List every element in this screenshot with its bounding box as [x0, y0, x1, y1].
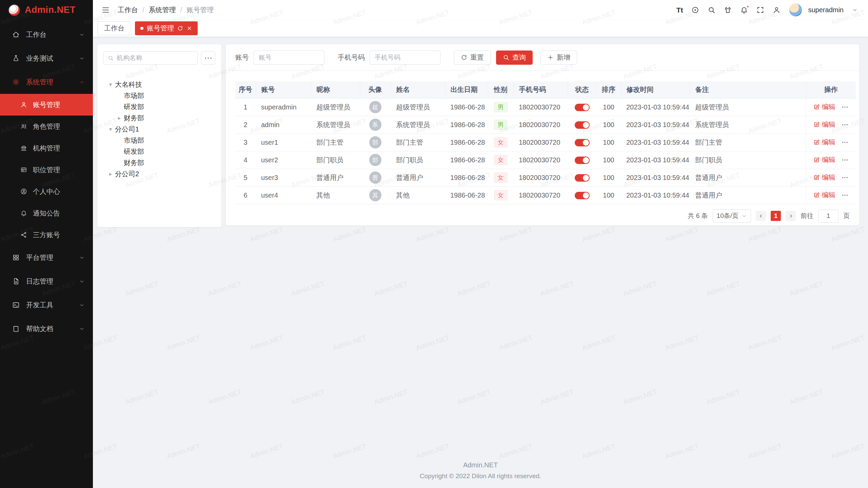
status-toggle[interactable]: [575, 104, 590, 111]
tree-node[interactable]: 财务部: [115, 157, 215, 168]
tree-node-label: 大名科技: [115, 80, 142, 89]
username[interactable]: superadmin: [808, 6, 844, 14]
column-header[interactable]: 修改时间: [621, 81, 690, 98]
tree-node[interactable]: 研发部: [115, 146, 215, 157]
sidebar-item-workbench[interactable]: 工作台: [0, 23, 93, 46]
sidebar-item-business-test[interactable]: 业务测试: [0, 46, 93, 70]
edit-button[interactable]: 编辑: [813, 138, 835, 147]
language-icon[interactable]: [691, 6, 699, 14]
sidebar-item-personal-center[interactable]: 个人中心: [0, 181, 93, 202]
sidebar-item-log-management[interactable]: 日志管理: [0, 269, 93, 293]
more-actions-button[interactable]: [841, 139, 849, 146]
close-icon[interactable]: [186, 25, 192, 31]
org-more-button[interactable]: ⋯: [201, 51, 215, 65]
cell-phone: 18020030720: [513, 98, 568, 116]
caret-down-icon[interactable]: ▾: [106, 126, 115, 133]
user-icon[interactable]: [773, 6, 781, 14]
tree-node[interactable]: 市场部: [115, 135, 215, 146]
breadcrumb-item[interactable]: 系统管理: [149, 5, 176, 15]
edit-icon: [813, 192, 820, 198]
add-button[interactable]: 新增: [540, 50, 577, 65]
edit-button[interactable]: 编辑: [813, 102, 835, 111]
sidebar-item-third-party-account[interactable]: 三方账号: [0, 224, 93, 246]
tree-node[interactable]: 市场部: [115, 90, 215, 101]
theme-icon[interactable]: [724, 6, 732, 14]
column-header[interactable]: 序号: [235, 81, 256, 98]
edit-button[interactable]: 编辑: [813, 190, 835, 200]
status-toggle[interactable]: [575, 192, 590, 199]
column-header[interactable]: 操作: [806, 81, 856, 98]
tab-workbench[interactable]: 工作台: [97, 21, 131, 35]
column-header[interactable]: 账号: [256, 81, 311, 98]
notification-bell-icon[interactable]: [740, 6, 748, 14]
edit-button[interactable]: 编辑: [813, 173, 835, 182]
pagination: 共 6 条 10条/页 1 前往: [235, 209, 850, 223]
search-icon[interactable]: [708, 6, 715, 14]
more-actions-button[interactable]: [841, 191, 849, 199]
sidebar-item-platform-management[interactable]: 平台管理: [0, 246, 93, 269]
more-actions-button[interactable]: [841, 156, 849, 164]
sidebar-item-account-management[interactable]: 账号管理: [0, 94, 93, 116]
reset-button[interactable]: 重置: [454, 50, 491, 65]
refresh-icon[interactable]: [177, 25, 183, 31]
sidebar-item-notice[interactable]: 通知公告: [0, 202, 93, 224]
column-header[interactable]: 姓名: [391, 81, 445, 98]
page-size-select[interactable]: 10条/页: [713, 209, 751, 223]
tree-node[interactable]: 研发部: [115, 101, 215, 113]
goto-page-input[interactable]: [818, 209, 839, 223]
more-actions-button[interactable]: [841, 121, 849, 128]
breadcrumb-item[interactable]: 工作台: [118, 5, 138, 15]
cell-name: 系统管理员: [391, 116, 445, 134]
prev-page-button[interactable]: [756, 211, 766, 221]
status-toggle[interactable]: [575, 174, 590, 182]
phone-filter-input[interactable]: [370, 50, 440, 65]
sidebar-item-org-management[interactable]: 机构管理: [0, 137, 93, 159]
hamburger-menu-icon[interactable]: [102, 6, 110, 14]
fullscreen-icon[interactable]: [756, 6, 764, 14]
sidebar-item-help-docs[interactable]: 帮助文档: [0, 317, 93, 341]
tree-node[interactable]: ▸财务部: [115, 113, 215, 124]
edit-icon: [813, 121, 820, 128]
sidebar-item-system-management[interactable]: 系统管理: [0, 70, 93, 94]
column-header[interactable]: 排序: [596, 81, 621, 98]
column-header[interactable]: 手机号码: [513, 81, 568, 98]
org-search-input[interactable]: [117, 54, 193, 62]
sidebar-item-position-management[interactable]: 职位管理: [0, 159, 93, 181]
tree-node[interactable]: ▸分公司2: [106, 168, 215, 180]
tab-account-management[interactable]: 账号管理: [135, 21, 198, 35]
account-filter-label: 账号: [235, 53, 249, 62]
more-actions-button[interactable]: [841, 103, 849, 111]
cell-index: 1: [235, 98, 256, 116]
column-header[interactable]: 出生日期: [445, 81, 488, 98]
status-toggle[interactable]: [575, 121, 590, 129]
page-number-button[interactable]: 1: [771, 211, 781, 221]
caret-down-icon[interactable]: ▾: [106, 81, 115, 88]
font-size-icon[interactable]: Tt: [676, 6, 683, 14]
tree-node[interactable]: ▾大名科技: [106, 79, 215, 90]
tree-node[interactable]: ▾分公司1: [106, 124, 215, 135]
status-toggle[interactable]: [575, 139, 590, 146]
search-button[interactable]: 查询: [496, 50, 533, 65]
column-header[interactable]: 备注: [690, 81, 806, 98]
edit-button[interactable]: 编辑: [813, 155, 835, 164]
cell-status: [568, 186, 596, 204]
next-page-button[interactable]: [786, 211, 796, 221]
column-header[interactable]: 性别: [488, 81, 513, 98]
chevron-left-icon: [758, 214, 764, 219]
column-header[interactable]: 昵称: [311, 81, 360, 98]
chevron-down-icon[interactable]: [852, 7, 858, 13]
column-header[interactable]: 头像: [360, 81, 391, 98]
avatar[interactable]: [789, 3, 802, 17]
reset-button-label: 重置: [470, 53, 484, 62]
sidebar-item-dev-tools[interactable]: 开发工具: [0, 293, 93, 317]
table-row: 2 admin 系统管理员 系 系统管理员 1986-06-28 男 18020…: [235, 116, 856, 134]
edit-button[interactable]: 编辑: [813, 120, 835, 129]
more-actions-button[interactable]: [841, 174, 849, 181]
account-filter-input[interactable]: [254, 50, 324, 65]
caret-right-icon[interactable]: ▸: [106, 170, 115, 178]
column-header[interactable]: 状态: [568, 81, 596, 98]
sidebar-item-role-management[interactable]: 角色管理: [0, 116, 93, 137]
chevron-up-icon: [79, 79, 85, 85]
caret-right-icon[interactable]: ▸: [115, 115, 124, 122]
status-toggle[interactable]: [575, 157, 590, 164]
